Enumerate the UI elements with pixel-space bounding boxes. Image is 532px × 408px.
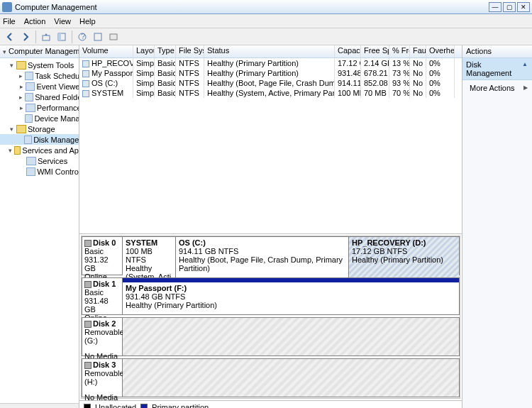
col-capacity[interactable]: Capacity <box>335 45 361 57</box>
tree-performance[interactable]: ▸Performance <box>0 102 79 113</box>
tree-root[interactable]: ▾ Computer Management (Local) <box>0 45 79 58</box>
collapse-icon: ▲ <box>522 61 528 67</box>
tree-services[interactable]: Services <box>0 155 79 166</box>
legend: Unallocated Primary partition <box>79 400 462 408</box>
navigation-tree: ▾ Computer Management (Local) ▾System To… <box>0 45 79 408</box>
legend-swatch-unallocated <box>84 404 91 409</box>
tool-icon <box>25 72 33 80</box>
volume-icon <box>82 70 89 77</box>
legend-unallocated: Unallocated <box>95 403 136 409</box>
volume-row[interactable]: HP_RECOVERY (D:)SimpleBasicNTFSHealthy (… <box>79 58 462 68</box>
tree-system-tools[interactable]: ▾System Tools <box>0 60 79 70</box>
titlebar: Computer Management — ▢ ✕ <box>0 0 532 14</box>
disk-icon <box>84 281 92 288</box>
disk-0-partition-os[interactable]: OS (C:) 914.11 GB NTFS Healthy (Boot, Pa… <box>176 237 349 282</box>
volume-row[interactable]: SYSTEMSimpleBasicNTFSHealthy (System, Ac… <box>79 88 462 98</box>
tool-icon <box>26 167 36 176</box>
show-hide-button[interactable] <box>55 30 69 44</box>
tree-event-viewer[interactable]: ▸Event Viewer <box>0 81 79 92</box>
svg-rect-0 <box>43 35 50 40</box>
tool-icon <box>25 93 33 101</box>
svg-rect-5 <box>94 33 101 40</box>
separator <box>72 31 72 43</box>
tool-icon <box>26 104 35 112</box>
volume-row[interactable]: My Passport (F:)SimpleBasicNTFSHealthy (… <box>79 68 462 78</box>
center-panel: Volume Layout Type File System Status Ca… <box>79 45 462 408</box>
tree-task-scheduler[interactable]: ▸Task Scheduler <box>0 70 79 81</box>
disk-icon <box>84 240 92 247</box>
toolbar: ? <box>0 28 532 45</box>
tree-scrollbar[interactable] <box>0 403 79 408</box>
disk-3-row[interactable]: Disk 3 Removable (H:) No Media <box>82 358 460 398</box>
disk-0-partition-system[interactable]: SYSTEM 100 MB NTFS Healthy (System, Acti <box>123 237 176 282</box>
actions-panel: Actions Disk Management ▲ More Actions ▶ <box>462 45 532 408</box>
disk-3-info: Disk 3 Removable (H:) No Media <box>82 358 123 397</box>
actions-selected[interactable]: Disk Management ▲ <box>462 58 532 80</box>
tree-device-manager[interactable]: Device Manager <box>0 113 79 123</box>
disk-3-nomedia <box>123 358 460 397</box>
volume-row[interactable]: OS (C:)SimpleBasicNTFSHealthy (Boot, Pag… <box>79 78 462 88</box>
back-button[interactable] <box>3 30 17 44</box>
tree-services-applications[interactable]: ▾Services and Applications <box>0 145 79 155</box>
svg-text:?: ? <box>81 32 85 40</box>
actions-more[interactable]: More Actions ▶ <box>462 80 532 96</box>
disk-icon <box>84 362 92 369</box>
disk-map: Disk 0 Basic 931.32 GB Online SYSTEM 100… <box>79 233 462 400</box>
disk-1-row[interactable]: Disk 1 Basic 931.48 GB Online My Passpor… <box>82 277 460 316</box>
folder-icon <box>14 146 21 155</box>
svg-rect-2 <box>58 33 61 40</box>
disk-1-partition-passport[interactable]: My Passport (F:) 931.48 GB NTFS Healthy … <box>123 282 459 314</box>
tree-wmi-control[interactable]: WMI Control <box>0 166 79 177</box>
menu-help[interactable]: Help <box>79 17 96 26</box>
actions-header: Actions <box>462 45 532 58</box>
volume-icon <box>82 90 89 97</box>
volume-list-header: Volume Layout Type File System Status Ca… <box>79 45 462 58</box>
legend-swatch-primary <box>140 404 148 409</box>
properties-button[interactable] <box>106 30 121 44</box>
disk-1-info: Disk 1 Basic 931.48 GB Online <box>82 277 123 315</box>
refresh-button[interactable] <box>91 30 105 44</box>
volume-list[interactable]: HP_RECOVERY (D:)SimpleBasicNTFSHealthy (… <box>79 58 462 233</box>
tree-storage[interactable]: ▾Storage <box>0 123 79 134</box>
menu-file[interactable]: File <box>3 17 16 26</box>
tool-icon <box>26 82 35 91</box>
col-status[interactable]: Status <box>204 45 335 57</box>
chevron-right-icon: ▶ <box>523 84 528 91</box>
disk-0-info: Disk 0 Basic 931.32 GB Online <box>82 236 123 275</box>
folder-icon <box>16 125 26 133</box>
minimize-button[interactable]: — <box>489 2 501 12</box>
col-free[interactable]: Free Space <box>361 45 389 57</box>
tool-icon <box>26 157 36 165</box>
maximize-button[interactable]: ▢ <box>503 2 516 12</box>
tree-disk-management[interactable]: Disk Management <box>0 134 79 145</box>
menu-view[interactable]: View <box>54 17 71 26</box>
window-title: Computer Management <box>15 3 487 11</box>
disk-0-row[interactable]: Disk 0 Basic 931.32 GB Online SYSTEM 100… <box>82 236 460 276</box>
legend-primary: Primary partition <box>152 403 209 409</box>
col-overhead[interactable]: Overhead <box>426 45 455 57</box>
col-volume[interactable]: Volume <box>79 45 133 57</box>
tool-icon <box>25 114 33 123</box>
disk-icon <box>84 321 92 328</box>
disk-0-partition-recovery[interactable]: HP_RECOVERY (D:) 17.12 GB NTFS Healthy (… <box>349 237 459 282</box>
help-button[interactable]: ? <box>75 30 89 44</box>
col-type[interactable]: Type <box>155 45 176 57</box>
app-icon <box>2 2 12 12</box>
disk-2-row[interactable]: Disk 2 Removable (G:) No Media <box>82 317 460 357</box>
col-fault[interactable]: Faul... <box>410 45 426 57</box>
col-pct[interactable]: % Free <box>389 45 410 57</box>
menubar: File Action View Help <box>0 14 532 28</box>
separator <box>35 31 36 43</box>
disk-icon <box>24 136 32 144</box>
up-level-button[interactable] <box>39 30 53 44</box>
folder-icon <box>16 61 26 70</box>
col-layout[interactable]: Layout <box>133 45 155 57</box>
tree-shared-folders[interactable]: ▸Shared Folders <box>0 92 79 102</box>
forward-button[interactable] <box>18 30 33 44</box>
col-fs[interactable]: File System <box>176 45 204 57</box>
volume-icon <box>82 80 89 87</box>
menu-action[interactable]: Action <box>24 17 46 26</box>
disk-2-info: Disk 2 Removable (G:) No Media <box>82 317 123 356</box>
disk-2-nomedia <box>123 317 460 356</box>
close-button[interactable]: ✕ <box>517 2 530 12</box>
